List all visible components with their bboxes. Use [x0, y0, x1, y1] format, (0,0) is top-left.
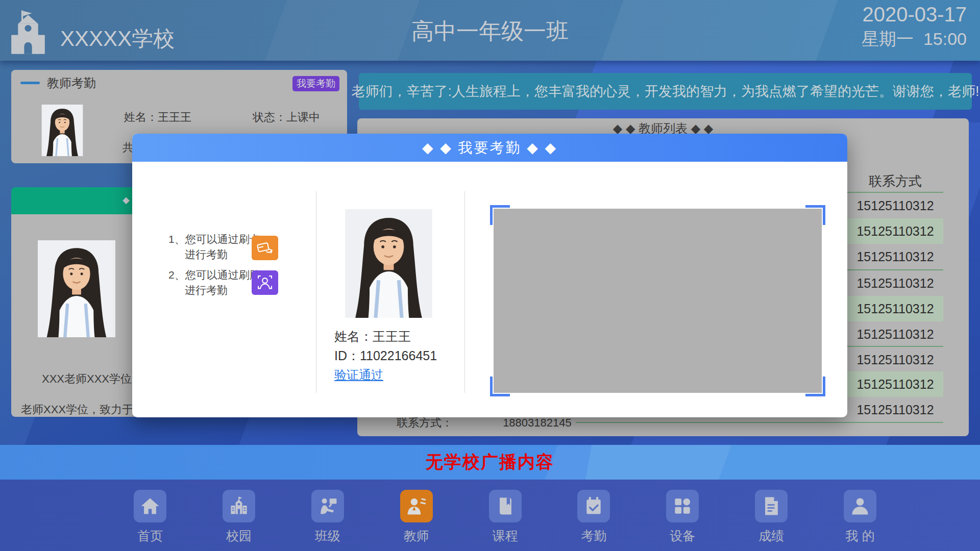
instruction-1-line2: 进行考勤 — [185, 248, 228, 261]
card-swipe-icon — [252, 236, 278, 260]
face-scan-icon — [252, 270, 278, 295]
header-diamond: ◆ — [122, 194, 130, 206]
broadcast-bar: 无学校广播内容 — [0, 445, 980, 480]
contact-column-header: 联系方式 — [847, 172, 943, 190]
profile-person-icon — [844, 490, 876, 522]
contact-row: 15125110312 — [847, 193, 943, 218]
camera-corner-bracket — [805, 205, 825, 225]
camera-corner-bracket — [490, 205, 510, 225]
verify-passed-link[interactable]: 验证通过 — [334, 367, 383, 383]
campus-icon — [223, 490, 255, 522]
table-bottom-line — [576, 422, 943, 423]
modal-name-row: 姓名：王王王 — [334, 328, 411, 345]
partial-text: 共 — [122, 140, 133, 155]
nav-label: 首页 — [137, 528, 163, 544]
nav-item-home[interactable]: 首页 — [127, 490, 173, 544]
detail-contact-label: 联系方式： — [397, 416, 453, 429]
contact-row: 15125110312 — [847, 218, 943, 244]
nav-item-course[interactable]: 课程 — [482, 490, 528, 544]
header-weekday: 星期一 — [862, 29, 914, 48]
instruction-2-line1: 2、您可以通过刷脸 — [168, 269, 260, 281]
greeting-banner: 老师们，辛苦了:人生旅程上，您丰富我的心灵，开发我的智力，为我点燃了希望的光芒。… — [359, 73, 972, 110]
modal-name-value: 王王王 — [373, 329, 411, 343]
teacher-photo — [34, 105, 91, 156]
broadcast-streak — [543, 445, 733, 480]
nav-label: 设备 — [670, 528, 695, 544]
name-label: 姓名： — [124, 111, 158, 123]
camera-preview — [494, 209, 822, 393]
modal-titlebar: ◆ ◆ 我要考勤 ◆ ◆ — [132, 134, 847, 162]
contact-row: 15125110312 — [847, 347, 943, 372]
nav-label: 课程 — [493, 528, 518, 544]
modal-title: ◆ ◆ 我要考勤 ◆ ◆ — [422, 138, 557, 158]
nav-label: 班级 — [315, 528, 340, 544]
course-book-icon — [489, 490, 522, 522]
status-label: 状态： — [253, 111, 286, 123]
camera-corner-bracket — [805, 377, 825, 396]
devices-grid-icon — [666, 490, 699, 522]
contact-row: 15125110312 — [847, 244, 943, 269]
contact-row: 15125110312 — [847, 296, 943, 321]
grades-document-icon — [755, 490, 788, 522]
detail-contact-value: 18803182145 — [503, 416, 572, 429]
check-attendance-button[interactable]: 我要考勤 — [292, 76, 339, 91]
title-dash — [20, 82, 40, 84]
camera-corner-bracket — [490, 377, 510, 396]
greeting-text: 老师们，辛苦了:人生旅程上，您丰富我的心灵，开发我的智力，为我点燃了希望的光芒。… — [352, 82, 979, 101]
modal-id-value: 11022166451 — [360, 348, 437, 363]
home-icon — [134, 490, 166, 522]
profile-photo — [37, 240, 116, 337]
class-title: 高中一年级一班 — [0, 16, 980, 46]
contact-row: 15125110312 — [847, 371, 943, 397]
nav-label: 教师 — [404, 528, 429, 544]
contact-row: 15125110312 — [847, 321, 943, 347]
attendance-panel-title: 教师考勤 — [47, 75, 96, 91]
modal-teacher-photo — [334, 209, 443, 318]
nav-item-attendance[interactable]: 考勤 — [571, 490, 617, 544]
broadcast-text: 无学校广播内容 — [0, 445, 980, 480]
contact-row: 15125110312 — [847, 397, 943, 422]
modal-id-row: ID：11022166451 — [334, 347, 437, 364]
contact-row: 15125110312 — [847, 270, 943, 296]
name-value: 王王王 — [158, 111, 191, 123]
teacher-name-row: 姓名：王王王 — [124, 110, 191, 125]
nav-item-devices[interactable]: 设备 — [659, 490, 705, 544]
header-time: 15:00 — [923, 29, 967, 48]
nav-item-teacher[interactable]: 教师 — [394, 490, 439, 544]
modal-id-label: ID： — [334, 348, 360, 363]
bottom-nav: 首页 校园 班级 — [0, 480, 980, 551]
nav-item-grades[interactable]: 成绩 — [748, 490, 794, 544]
attendance-modal: ◆ ◆ 我要考勤 ◆ ◆ 1、您可以通过刷卡 进行考勤 2、您可以通过刷脸 进行… — [132, 134, 847, 417]
header-date: 2020-03-17 — [862, 3, 967, 26]
teacher-status-row: 状态：上课中 — [253, 110, 320, 125]
attendance-calendar-icon — [577, 490, 610, 522]
nav-item-classroom[interactable]: 班级 — [305, 490, 351, 544]
modal-divider-right — [464, 191, 465, 393]
instruction-2-line2: 进行考勤 — [185, 284, 228, 296]
modal-divider-left — [316, 191, 316, 393]
modal-name-label: 姓名： — [334, 329, 373, 343]
nav-label: 我 的 — [846, 528, 875, 544]
nav-label: 考勤 — [581, 528, 606, 544]
screen: XXXXX学校 高中一年级一班 2020-03-17 星期一 15:00 老师们… — [0, 0, 980, 551]
classroom-icon — [311, 490, 344, 522]
instruction-1-line1: 1、您可以通过刷卡 — [168, 233, 260, 245]
nav-item-profile[interactable]: 我 的 — [837, 490, 883, 544]
header: XXXXX学校 高中一年级一班 2020-03-17 星期一 15:00 — [0, 0, 980, 61]
detail-contact-row: 联系方式： 18803182145 — [397, 415, 572, 431]
status-value: 上课中 — [286, 111, 320, 123]
nav-item-campus[interactable]: 校园 — [216, 490, 262, 544]
nav-label: 成绩 — [758, 528, 784, 544]
nav-label: 校园 — [226, 528, 252, 544]
header-weekday-time: 星期一 15:00 — [862, 28, 967, 51]
teacher-icon — [400, 490, 433, 522]
